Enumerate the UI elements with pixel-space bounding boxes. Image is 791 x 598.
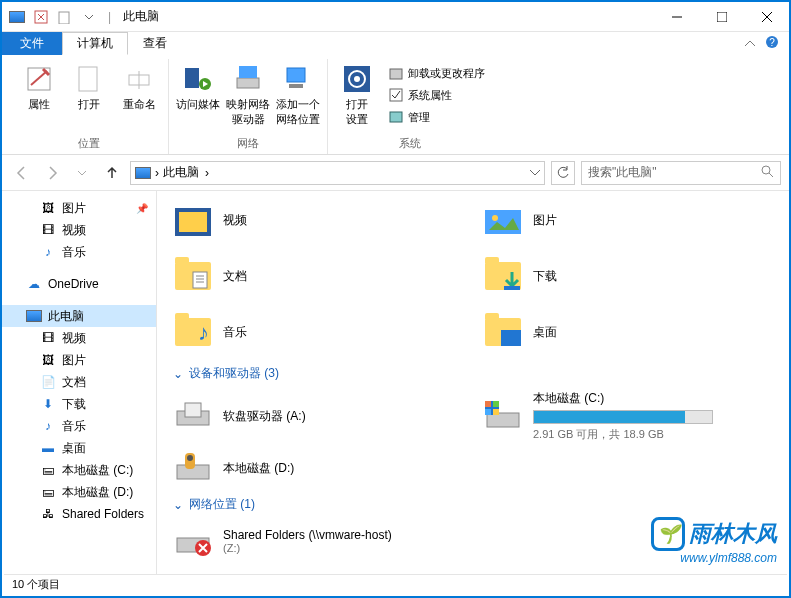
drive-c-label: 本地磁盘 (C:)	[533, 390, 733, 407]
ribbon-group-location: 属性 打开 重命名 位置	[10, 59, 169, 154]
refresh-button[interactable]	[551, 161, 575, 185]
shared-folder-name: Shared Folders (\\vmware-host)	[223, 528, 423, 542]
uninstall-programs-button[interactable]: 卸载或更改程序	[388, 63, 485, 83]
open-button[interactable]: 打开	[66, 63, 112, 112]
window-controls	[654, 2, 789, 32]
nav-item-videos[interactable]: 🎞视频	[2, 219, 156, 241]
drive-c[interactable]: 本地磁盘 (C:) 2.91 GB 可用，共 18.9 GB	[483, 390, 733, 442]
address-dropdown-icon[interactable]	[530, 166, 540, 180]
folder-music[interactable]: ♪音乐	[173, 307, 423, 357]
nav-item-shared-folders[interactable]: 🖧Shared Folders	[2, 503, 156, 525]
qat-dropdown-icon[interactable]	[78, 6, 100, 28]
window-title: 此电脑	[123, 8, 159, 25]
svg-rect-28	[193, 272, 207, 288]
status-bar: 10 个项目	[4, 574, 787, 594]
navigation-pane[interactable]: 🖼图片📌 🎞视频 ♪音乐 ☁OneDrive 此电脑 🎞视频 🖼图片 📄文档 ⬇…	[2, 191, 157, 577]
svg-point-22	[762, 166, 770, 174]
nav-up-button[interactable]	[100, 161, 124, 185]
breadcrumb-this-pc[interactable]: 此电脑›	[163, 164, 209, 181]
drive-a[interactable]: 软盘驱动器 (A:)	[173, 390, 423, 442]
minimize-button[interactable]	[654, 2, 699, 32]
watermark: 🌱 雨林木风 www.ylmf888.com	[651, 517, 777, 551]
ribbon-group-system: 打开 设置 卸载或更改程序 系统属性 管理 系统	[328, 59, 491, 154]
svg-rect-1	[59, 12, 69, 24]
nav-item-drive-d[interactable]: 🖴本地磁盘 (D:)	[2, 481, 156, 503]
pictures-icon: 🖼	[40, 353, 56, 367]
search-input[interactable]: 搜索"此电脑"	[581, 161, 781, 185]
svg-rect-32	[504, 286, 520, 290]
map-drive-button[interactable]: 映射网络 驱动器	[225, 63, 271, 127]
properties-button[interactable]: 属性	[16, 63, 62, 112]
title-divider: |	[108, 10, 111, 24]
folder-documents[interactable]: 文档	[173, 251, 423, 301]
folder-icon: ♪	[173, 312, 213, 352]
svg-rect-3	[717, 12, 727, 22]
watermark-url: www.ylmf888.com	[680, 551, 777, 565]
qat-new-folder-icon[interactable]	[54, 6, 76, 28]
pictures-icon: 🖼	[40, 201, 56, 215]
maximize-button[interactable]	[699, 2, 744, 32]
collapse-ribbon-icon[interactable]	[745, 35, 755, 53]
nav-item-downloads[interactable]: ⬇下载	[2, 393, 156, 415]
drive-icon	[173, 448, 213, 488]
help-icon[interactable]: ?	[765, 35, 779, 53]
network-drive-z[interactable]: Shared Folders (\\vmware-host) (Z:)	[173, 521, 423, 561]
nav-item-desktop[interactable]: ▬桌面	[2, 437, 156, 459]
app-icon[interactable]	[6, 6, 28, 28]
tab-file[interactable]: 文件	[2, 32, 62, 55]
folder-icon	[483, 312, 523, 352]
tab-computer[interactable]: 计算机	[62, 32, 128, 55]
ribbon-tabs: 文件 计算机 查看 ?	[2, 32, 789, 55]
folder-videos[interactable]: 视频	[173, 195, 423, 245]
system-properties-button[interactable]: 系统属性	[388, 85, 485, 105]
manage-button[interactable]: 管理	[388, 107, 485, 127]
nav-item-onedrive[interactable]: ☁OneDrive	[2, 273, 156, 295]
svg-rect-35	[185, 403, 201, 417]
nav-item-this-pc[interactable]: 此电脑	[2, 305, 156, 327]
floppy-icon	[173, 396, 213, 436]
group-header-network[interactable]: ⌄网络位置 (1)	[173, 496, 773, 513]
documents-icon: 📄	[40, 375, 56, 389]
shared-folder-letter: (Z:)	[223, 542, 423, 554]
nav-item-videos-2[interactable]: 🎞视频	[2, 327, 156, 349]
nav-recent-dropdown[interactable]	[70, 161, 94, 185]
svg-rect-41	[493, 409, 499, 415]
content-pane[interactable]: 视频 图片 文档 下载 ♪音乐 桌面 ⌄设备和驱动器 (3) 软盘驱动器 (A:…	[157, 191, 789, 577]
ribbon-group-network: 访问媒体 映射网络 驱动器 添加一个 网络位置 网络	[169, 59, 328, 154]
svg-rect-7	[79, 67, 97, 91]
nav-item-music[interactable]: ♪音乐	[2, 241, 156, 263]
chevron-down-icon: ⌄	[173, 367, 183, 381]
group-label-location: 位置	[78, 133, 100, 154]
nav-item-drive-c[interactable]: 🖴本地磁盘 (C:)	[2, 459, 156, 481]
nav-item-documents[interactable]: 📄文档	[2, 371, 156, 393]
nav-forward-button[interactable]	[40, 161, 64, 185]
search-placeholder: 搜索"此电脑"	[588, 164, 657, 181]
open-settings-button[interactable]: 打开 设置	[334, 63, 380, 127]
qat-properties-icon[interactable]	[30, 6, 52, 28]
address-box[interactable]: › 此电脑›	[130, 161, 545, 185]
drive-d[interactable]: 本地磁盘 (D:)	[173, 448, 423, 488]
drive-c-usage-text: 2.91 GB 可用，共 18.9 GB	[533, 427, 733, 442]
group-header-devices[interactable]: ⌄设备和驱动器 (3)	[173, 365, 773, 382]
pc-icon	[26, 310, 42, 322]
svg-point-44	[187, 455, 193, 461]
folder-pictures[interactable]: 图片	[483, 195, 733, 245]
folder-downloads[interactable]: 下载	[483, 251, 733, 301]
settings-icon	[341, 63, 373, 95]
music-icon: ♪	[40, 419, 56, 433]
rename-icon	[123, 63, 155, 95]
folder-desktop[interactable]: 桌面	[483, 307, 733, 357]
nav-back-button[interactable]	[10, 161, 34, 185]
nav-item-pictures[interactable]: 🖼图片📌	[2, 197, 156, 219]
access-media-button[interactable]: 访问媒体	[175, 63, 221, 112]
nav-item-pictures-2[interactable]: 🖼图片	[2, 349, 156, 371]
svg-line-23	[769, 173, 773, 177]
chevron-down-icon: ⌄	[173, 498, 183, 512]
breadcrumb-separator[interactable]: ›	[155, 166, 159, 180]
add-location-button[interactable]: 添加一个 网络位置	[275, 63, 321, 127]
tab-view[interactable]: 查看	[128, 32, 182, 55]
media-icon	[182, 63, 214, 95]
rename-button[interactable]: 重命名	[116, 63, 162, 112]
nav-item-music-2[interactable]: ♪音乐	[2, 415, 156, 437]
close-button[interactable]	[744, 2, 789, 32]
